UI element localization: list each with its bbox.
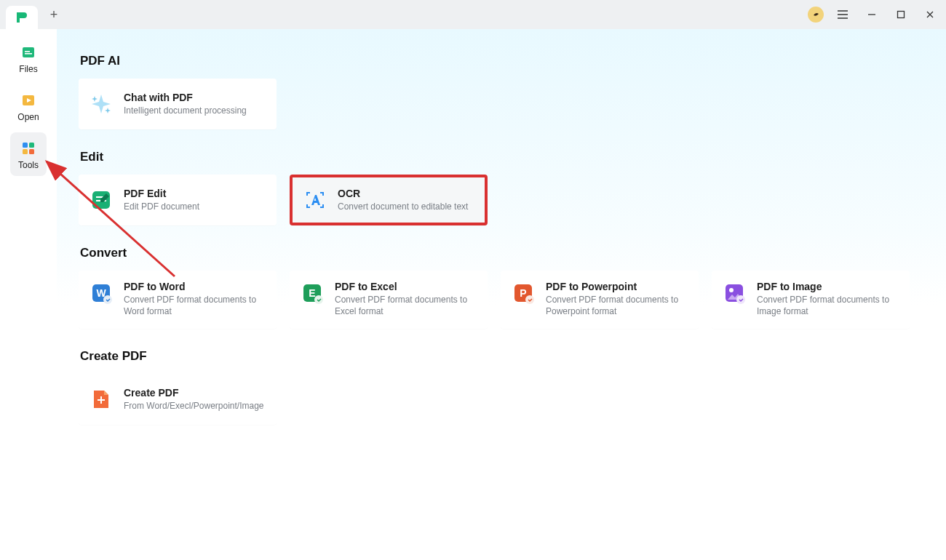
- card-desc: Convert PDF format documents to Word for…: [124, 294, 266, 317]
- minimize-icon: [867, 9, 877, 20]
- svg-rect-4: [25, 53, 32, 55]
- image-icon: [722, 281, 747, 305]
- section-title-convert: Convert: [80, 246, 924, 260]
- svg-point-27: [729, 288, 734, 292]
- sidebar: Files Open Tools: [0, 29, 57, 560]
- word-icon: W: [89, 281, 114, 305]
- card-title: PDF to Powerpoint: [546, 281, 688, 292]
- pdf-edit-icon: [89, 188, 114, 212]
- plus-icon: +: [50, 7, 58, 23]
- svg-rect-9: [23, 149, 28, 154]
- files-icon: [20, 44, 37, 61]
- svg-point-22: [314, 295, 323, 304]
- card-row-convert: W PDF to Word Convert PDF format documen…: [79, 271, 924, 329]
- svg-rect-3: [25, 51, 30, 52]
- bird-icon: [811, 9, 821, 20]
- close-icon: [926, 10, 934, 19]
- card-text: PDF Edit Edit PDF document: [124, 188, 199, 212]
- card-row-pdf-ai: Chat with PDF Intelligent document proce…: [79, 79, 924, 129]
- open-icon: [20, 92, 37, 109]
- app-logo-icon: [15, 10, 29, 25]
- card-title: Create PDF: [124, 387, 264, 399]
- ocr-icon: [303, 188, 327, 212]
- sidebar-item-files[interactable]: Files: [10, 36, 47, 80]
- tool-card-chat-with-pdf[interactable]: Chat with PDF Intelligent document proce…: [79, 79, 277, 129]
- sidebar-item-label: Files: [19, 64, 37, 74]
- svg-rect-1: [898, 12, 905, 18]
- sidebar-item-open[interactable]: Open: [10, 84, 47, 128]
- titlebar: +: [0, 0, 946, 29]
- card-desc: Intelligent document processing: [124, 105, 247, 116]
- card-text: PDF to Image Convert PDF format document…: [757, 281, 899, 317]
- svg-rect-7: [23, 143, 28, 148]
- svg-rect-10: [29, 149, 34, 154]
- app-tab-home[interactable]: [6, 6, 38, 29]
- card-row-create: Create PDF From Word/Execl/Powerpoint/Im…: [79, 374, 924, 425]
- card-desc: Convert PDF format documents to Powerpoi…: [546, 294, 688, 317]
- card-text: Chat with PDF Intelligent document proce…: [124, 92, 247, 116]
- maximize-icon: [897, 10, 905, 19]
- tool-card-ocr[interactable]: OCR Convert document to editable text: [290, 175, 488, 225]
- card-desc: Convert PDF format documents to Excel fo…: [335, 294, 477, 317]
- card-text: PDF to Powerpoint Convert PDF format doc…: [546, 281, 688, 317]
- card-title: PDF to Image: [757, 281, 899, 292]
- create-pdf-icon: [89, 387, 114, 412]
- maximize-button[interactable]: [891, 4, 911, 25]
- sidebar-item-label: Tools: [18, 160, 39, 170]
- section-title-create-pdf: Create PDF: [80, 349, 924, 364]
- svg-point-25: [525, 295, 534, 304]
- tool-card-pdf-edit[interactable]: PDF Edit Edit PDF document: [79, 175, 277, 225]
- new-tab-button[interactable]: +: [44, 4, 64, 25]
- card-desc: Convert PDF format documents to Image fo…: [757, 294, 899, 317]
- powerpoint-icon: P: [511, 281, 536, 305]
- card-title: Chat with PDF: [124, 92, 247, 103]
- tool-card-pdf-to-word[interactable]: W PDF to Word Convert PDF format documen…: [79, 271, 277, 329]
- card-title: PDF Edit: [124, 188, 199, 199]
- card-text: PDF to Excel Convert PDF format document…: [335, 281, 477, 317]
- svg-rect-8: [29, 143, 34, 148]
- tool-card-create-pdf[interactable]: Create PDF From Word/Execl/Powerpoint/Im…: [79, 374, 277, 425]
- svg-marker-12: [92, 96, 98, 102]
- card-text: PDF to Word Convert PDF format documents…: [124, 281, 266, 317]
- card-text: Create PDF From Word/Execl/Powerpoint/Im…: [124, 387, 264, 412]
- sparkle-icon: [89, 92, 114, 116]
- main-content: PDF AI Chat with PDF Intelligent documen…: [57, 29, 946, 560]
- titlebar-right: [808, 4, 940, 25]
- card-title: OCR: [338, 188, 468, 199]
- minimize-button[interactable]: [862, 4, 882, 25]
- svg-point-19: [103, 295, 112, 304]
- tool-card-pdf-to-image[interactable]: PDF to Image Convert PDF format document…: [712, 271, 910, 329]
- svg-marker-13: [105, 108, 111, 113]
- user-avatar[interactable]: [808, 7, 824, 23]
- card-title: PDF to Word: [124, 281, 266, 292]
- hamburger-menu-button[interactable]: [832, 4, 853, 25]
- body-wrap: Files Open Tools PDF AI Chat with PDF: [0, 29, 946, 560]
- card-desc: Edit PDF document: [124, 201, 199, 212]
- titlebar-left: +: [6, 0, 64, 29]
- close-button[interactable]: [920, 4, 940, 25]
- svg-point-28: [736, 295, 745, 304]
- hamburger-icon: [837, 9, 848, 20]
- sidebar-item-tools[interactable]: Tools: [10, 132, 47, 176]
- svg-text:E: E: [309, 287, 315, 299]
- tool-card-pdf-to-powerpoint[interactable]: P PDF to Powerpoint Convert PDF format d…: [501, 271, 699, 329]
- tools-icon: [20, 140, 37, 157]
- sidebar-item-label: Open: [17, 112, 39, 122]
- card-desc: Convert document to editable text: [338, 201, 468, 212]
- svg-rect-2: [23, 47, 34, 57]
- card-title: PDF to Excel: [335, 281, 477, 292]
- card-text: OCR Convert document to editable text: [338, 188, 468, 212]
- svg-rect-30: [100, 396, 102, 404]
- section-title-pdf-ai: PDF AI: [80, 54, 924, 68]
- card-desc: From Word/Execl/Powerpoint/Image: [124, 400, 264, 412]
- tool-card-pdf-to-excel[interactable]: E PDF to Excel Convert PDF format docume…: [290, 271, 488, 329]
- svg-text:P: P: [520, 287, 526, 299]
- card-row-edit: PDF Edit Edit PDF document OCR Convert d…: [79, 175, 924, 225]
- excel-icon: E: [300, 281, 325, 305]
- section-title-edit: Edit: [80, 150, 924, 164]
